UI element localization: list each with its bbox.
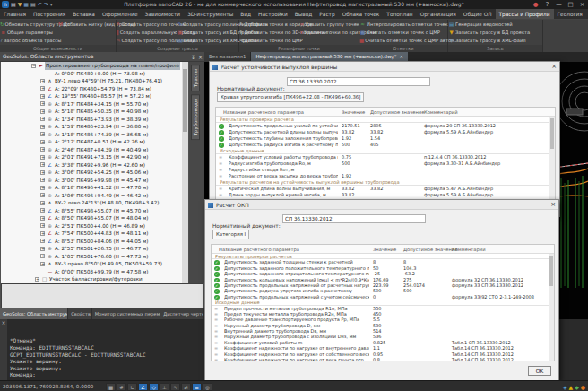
dialog-stability-titlebar[interactable]: Расчет устойчивости выпуклой вершины ×: [210, 62, 559, 72]
ucs-toggle[interactable]: ↖: [170, 383, 180, 391]
redo-icon[interactable]: ↷: [44, 0, 48, 9]
ribbon-tab[interactable]: 3D-инструменты: [184, 9, 237, 19]
ribbon-button[interactable]: ▦Считать отметки точек с ЦМР: [359, 29, 448, 37]
ribbon-button[interactable]: ≡Общие параметры: [0, 29, 58, 37]
nanocad-logo[interactable]: n: [2, 1, 9, 8]
ribbon-button[interactable]: ✎Создать трассу по точкам: [117, 21, 178, 29]
tree-item[interactable]: +⊕А: 3°06' ПК492+54.25 (Н = 45.06 м): [1, 169, 182, 177]
table-scrollbar[interactable]: [549, 254, 554, 361]
ribbon-button[interactable]: ×Удалить точки по критериям: [299, 29, 359, 37]
tree-expander[interactable]: +: [40, 117, 45, 121]
ribbon-tab[interactable]: Топоплан: [383, 9, 416, 19]
table-scrollbar-thumb[interactable]: [549, 256, 553, 286]
ribbon-tab[interactable]: Геология: [554, 9, 586, 19]
tree-item[interactable]: +⊕А: 8°17' ПК484+34.15 (Н = 55.70 м): [1, 100, 182, 109]
tree-expander[interactable]: +: [40, 216, 45, 221]
ribbon-tab[interactable]: Организация: [417, 9, 460, 19]
save-file-icon[interactable]: ▦: [23, 0, 29, 9]
dyn-input-toggle[interactable]: ⇄: [181, 383, 191, 391]
tree-expander[interactable]: +: [40, 132, 45, 136]
tree-item[interactable]: +⊕А: 8°18' ПК496+41.52 (Н = 47.70 м): [1, 184, 182, 192]
ribbon-tab[interactable]: Оформление: [99, 9, 142, 19]
close-icon[interactable]: ×: [550, 200, 556, 210]
dialog-okp-titlebar[interactable]: Расчет ОКП ×: [205, 200, 558, 210]
palette-tab[interactable]: Свойства: [68, 308, 91, 319]
palette-side-tab[interactable]: Трубопроводы: [191, 94, 200, 140]
palette-tab[interactable]: Монитор системных переменных: [92, 308, 161, 319]
tree-expander[interactable]: +: [40, 147, 45, 152]
tree-item[interactable]: +∠А: 3°38' ПК492+9.96 (Н = 42.60 м): [1, 161, 182, 169]
ribbon-button[interactable]: ∥Создать параллельную трассу: [117, 29, 178, 37]
tree-item[interactable]: +⊕А: 5°18' ПК485+50.35 (Н = 40.98 м): [1, 108, 182, 116]
new-file-icon[interactable]: ▤: [11, 0, 16, 9]
ribbon-button[interactable]: ✎Создать трассу по линии профиля: [178, 21, 240, 29]
tree-item[interactable]: +⊕А: 2°01' ПК491+73.15 (Н = 42.90 м): [1, 153, 182, 161]
ribbon-button[interactable]: MДобавить нитку (вид трассы): [58, 21, 117, 29]
ribbon-button[interactable]: ▤Создать трассу из XML-файла: [178, 37, 240, 45]
tree-expander[interactable]: +: [40, 101, 45, 106]
table-scrollbar[interactable]: [549, 117, 555, 212]
palette-side-tab[interactable]: Трассы: [191, 65, 200, 91]
ribbon-tab[interactable]: Настройки: [255, 9, 291, 19]
ortho-toggle[interactable]: ∟: [127, 383, 137, 391]
shield-icon[interactable]: ◆: [575, 383, 579, 391]
tree-expander[interactable]: +: [40, 155, 45, 160]
tree-item[interactable]: +⊕А: 1°34' ПК485+73.93 (Н = 38.39 м): [1, 116, 182, 124]
ribbon-tab[interactable]: Главная: [0, 9, 30, 19]
tree-item[interactable]: +⊕А: 1°05' ПК501+76.60 (Н = 47.73 м): [1, 253, 182, 261]
tree-item[interactable]: +□Участок балластировки/футеровки: [1, 275, 182, 283]
close-button[interactable]: ×: [576, 0, 588, 9]
selection-cycle-toggle[interactable]: ◎: [203, 383, 212, 391]
qat-dropdown-icon[interactable]: ▾: [50, 0, 53, 9]
update-icon[interactable]: ●: [581, 383, 585, 391]
close-icon[interactable]: ×: [399, 54, 403, 59]
otrack-toggle[interactable]: ⊥: [160, 383, 169, 391]
tree-item[interactable]: +⊕А: 1°59' ПК486+23.94 (Н = 36.80 м): [1, 123, 182, 131]
tree-expander[interactable]: +: [40, 262, 45, 266]
osnap-toggle[interactable]: ◇: [149, 383, 159, 391]
tree-item[interactable]: +⊕А: 2°46' ПК487+84.39 (Н = 40.49 м): [1, 146, 182, 154]
close-icon[interactable]: ×: [198, 52, 203, 62]
help-button[interactable]: ?: [541, 0, 553, 9]
tree-expander[interactable]: +: [40, 170, 45, 175]
ribbon-button[interactable]: ↻Обновить структуру трасс: [0, 21, 58, 29]
ribbon-button[interactable]: ×Удалить группу точек: [299, 21, 359, 29]
maximize-button[interactable]: □: [565, 0, 576, 9]
tree-item[interactable]: −►Проектирование трубопровода на плане/п…: [1, 62, 182, 70]
tree-expander[interactable]: +: [40, 178, 45, 182]
palette-tab[interactable]: Диспетчер чертежа: [160, 308, 204, 319]
tree-expander[interactable]: +: [40, 223, 45, 228]
ribbon-tab[interactable]: Общие ОЛ: [460, 9, 496, 19]
ribbon-tab[interactable]: Зависимости: [141, 9, 184, 19]
minimize-button[interactable]: —: [553, 0, 565, 9]
ribbon-button[interactable]: ✎Создать трассу по полилинии: [117, 37, 178, 45]
tree-expander[interactable]: +: [40, 125, 45, 129]
palette-tab[interactable]: GeoSolos: Область инструментов: [0, 308, 68, 319]
tree-item[interactable]: +⊕А: 1°06' ПК496+94.49 (Н = 46.42 м): [1, 192, 182, 200]
tree-item[interactable]: +⊕А: 2°12' ПК487+0.51 (Н = 42.26 м): [1, 138, 182, 146]
tool-palette-header[interactable]: GeoSolos: Область инструментов ↧ ×: [0, 52, 204, 62]
tree-item[interactable]: +∠А: 8°55' ПК498+55.07 (Н = 45.70 м): [1, 207, 182, 215]
lineweight-toggle[interactable]: ≡: [192, 383, 202, 391]
ribbon-button[interactable]: ▼Записать трассу в БД проекта: [448, 29, 542, 37]
ribbon-button[interactable]: ▤Создать трассу из БД проекта: [178, 29, 240, 37]
pin-icon[interactable]: ↧: [191, 52, 195, 62]
table-scrollbar-thumb[interactable]: [550, 118, 554, 149]
command-line-close-strip[interactable]: ×: [0, 319, 7, 380]
ok-button[interactable]: OK: [528, 366, 551, 376]
tree-expander[interactable]: +: [40, 239, 45, 243]
norm-doc-field[interactable]: [282, 214, 426, 223]
tree-item[interactable]: +∠А: 22°09' ПК480+54.79 (Н = 73.84 м): [1, 85, 182, 93]
tree-scrollbar-thumb[interactable]: [183, 69, 187, 132]
tree-item[interactable]: —А: 0°00' ПК480+0.00 (Н = 73.98 м): [1, 70, 182, 78]
ribbon-tab[interactable]: Растр: [316, 9, 338, 19]
close-icon[interactable]: ×: [551, 62, 557, 72]
tree-expander[interactable]: +: [40, 79, 45, 83]
tree-expander[interactable]: +: [40, 140, 45, 144]
ribbon-button[interactable]: ▦Считать отметки точек с ЦМР автом.: [359, 37, 448, 45]
ribbon-button[interactable]: ▼Записать трассу в XML-файл: [448, 37, 542, 45]
plot-icon[interactable]: ▤: [30, 0, 36, 9]
tree-expander[interactable]: +: [40, 254, 45, 258]
ribbon-tab[interactable]: Построения: [30, 9, 69, 19]
tree-expander[interactable]: +: [40, 231, 45, 236]
